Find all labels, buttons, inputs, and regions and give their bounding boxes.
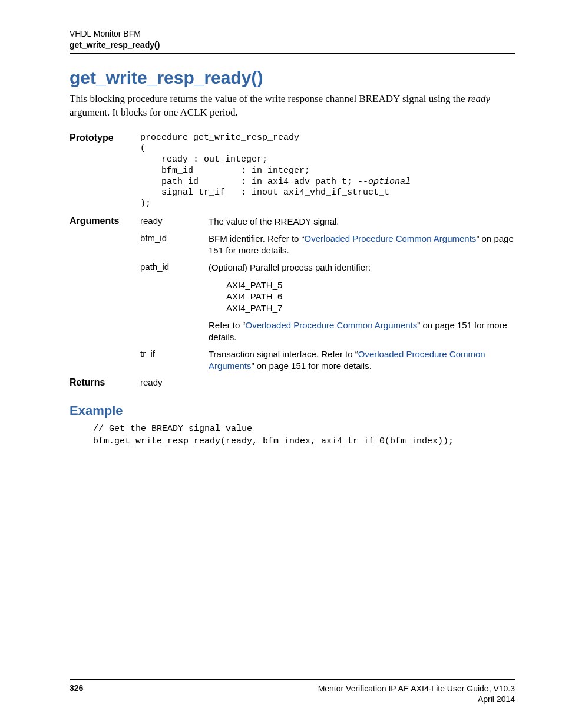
proto-l5a: path_id : in axi4_adv_path_t; <box>140 177 358 187</box>
footer-right-1: Mentor Verification IP AE AXI4-Lite User… <box>318 683 515 694</box>
proto-l4: bfm_id : in integer; <box>140 166 310 176</box>
example-heading: Example <box>70 403 515 419</box>
pathid-opt-6: AXI4_PATH_6 <box>226 291 515 302</box>
example-code: // Get the BREADY signal value bfm.get_w… <box>93 423 515 447</box>
arg-trif-post: ” on page 151 for more details. <box>252 361 372 371</box>
arg-bfmid-name: bfm_id <box>140 233 206 256</box>
footer-rule <box>70 679 515 680</box>
arg-pathid-name: path_id <box>140 262 206 342</box>
proto-l2: ( <box>140 143 146 153</box>
arg-bfmid-desc: BFM identifier. Refer to “Overloaded Pro… <box>209 233 515 256</box>
proto-l5b: --optional <box>358 177 411 187</box>
proto-l6: signal tr_if : inout axi4_vhd_if_struct_… <box>140 187 389 197</box>
arg-pathid-lead: (Optional) Parallel process path identif… <box>209 262 515 274</box>
arg-pathid-options: AXI4_PATH_5 AXI4_PATH_6 AXI4_PATH_7 <box>226 279 515 314</box>
arg-trif-desc: Transaction signal interface. Refer to “… <box>209 348 515 371</box>
page-title: get_write_resp_ready() <box>70 68 515 88</box>
header-rule <box>70 53 515 54</box>
label-prototype: Prototype <box>70 133 138 210</box>
code-l1: // Get the BREADY signal value <box>93 424 252 434</box>
footer-right-2: April 2014 <box>318 694 515 704</box>
intro-text-ital: ready <box>468 93 490 104</box>
intro-text-pre: This blocking procedure returns the valu… <box>70 93 468 104</box>
arg-pathid-tail-link[interactable]: Overloaded Procedure Common Arguments <box>246 320 418 330</box>
header-line-1: VHDL Monitor BFM <box>70 28 515 39</box>
returns-value: ready <box>140 377 206 388</box>
page-number: 326 <box>70 683 83 704</box>
arg-trif-name: tr_if <box>140 348 206 371</box>
footer-row: 326 Mentor Verification IP AE AXI4-Lite … <box>70 683 515 704</box>
footer-right: Mentor Verification IP AE AXI4-Lite User… <box>318 683 515 704</box>
running-header: VHDL Monitor BFM get_write_resp_ready() <box>70 28 515 51</box>
proto-l1: procedure get_write_resp_ready <box>140 133 299 143</box>
header-line-2: get_write_resp_ready() <box>70 39 515 51</box>
arg-trif-pre: Transaction signal interface. Refer to “ <box>209 349 358 359</box>
page: VHDL Monitor BFM get_write_resp_ready() … <box>0 0 562 728</box>
spec-table: Prototype procedure get_write_resp_ready… <box>70 133 515 388</box>
arg-pathid-tail: Refer to “Overloaded Procedure Common Ar… <box>209 319 515 342</box>
arg-bfmid-pre: BFM identifier. Refer to “ <box>209 233 305 243</box>
code-l2: bfm.get_write_resp_ready(ready, bfm_inde… <box>93 436 454 446</box>
arg-ready-name: ready <box>140 216 206 228</box>
page-footer: 326 Mentor Verification IP AE AXI4-Lite … <box>70 679 515 704</box>
arg-pathid-desc: (Optional) Parallel process path identif… <box>209 262 515 342</box>
label-arguments: Arguments <box>70 216 138 228</box>
proto-l3: ready : out integer; <box>140 154 267 164</box>
intro-paragraph: This blocking procedure returns the valu… <box>70 93 515 120</box>
pathid-opt-5: AXI4_PATH_5 <box>226 279 515 291</box>
intro-text-post: argument. It blocks for one ACLK period. <box>70 107 238 118</box>
label-returns: Returns <box>70 377 138 388</box>
pathid-opt-7: AXI4_PATH_7 <box>226 302 515 314</box>
arg-bfmid-link[interactable]: Overloaded Procedure Common Arguments <box>305 233 477 243</box>
prototype-code: procedure get_write_resp_ready ( ready :… <box>140 133 515 210</box>
arg-pathid-tail-pre: Refer to “ <box>209 320 246 330</box>
arg-ready-desc: The value of the RREADY signal. <box>209 216 515 228</box>
proto-l7: ); <box>140 199 151 209</box>
